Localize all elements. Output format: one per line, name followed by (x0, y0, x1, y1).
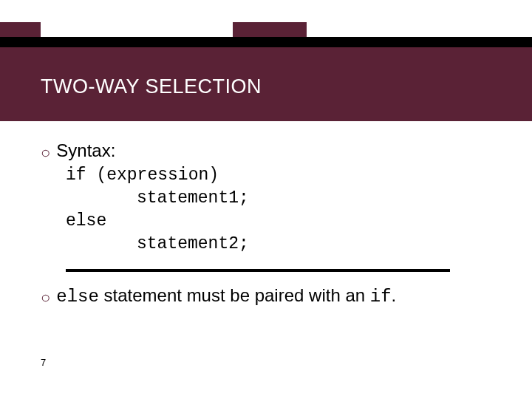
divider (66, 269, 450, 272)
keyword-if: if (370, 287, 392, 307)
code-line: statement2; (66, 233, 502, 256)
accent-gap (307, 22, 532, 37)
bullet-icon: ○ (41, 290, 50, 306)
slide: TWO-WAY SELECTION ○ Syntax: if (expressi… (0, 0, 532, 399)
bullet-text: Syntax: (56, 140, 115, 161)
bullet-text: else statement must be paired with an if… (56, 285, 396, 307)
accent-gap (41, 22, 233, 37)
bullet-item: ○ else statement must be paired with an … (41, 285, 502, 307)
bullet-icon: ○ (41, 145, 50, 161)
code-line: else (66, 210, 502, 233)
code-line: if (expression) (66, 164, 502, 187)
note-mid: statement must be paired with an (99, 285, 370, 305)
top-black-bar (0, 37, 532, 47)
page-number: 7 (41, 357, 46, 368)
bullet-item: ○ Syntax: (41, 140, 502, 161)
code-block: if (expression) statement1; else stateme… (66, 164, 502, 256)
slide-title: TWO-WAY SELECTION (41, 75, 532, 98)
code-line: statement1; (66, 187, 502, 210)
title-band: TWO-WAY SELECTION (0, 47, 532, 121)
slide-body: ○ Syntax: if (expression) statement1; el… (41, 140, 502, 310)
top-accent-bar (0, 22, 532, 37)
accent-segment (0, 22, 41, 37)
accent-segment (233, 22, 307, 37)
keyword-else: else (56, 287, 99, 307)
note-tail: . (392, 285, 397, 305)
